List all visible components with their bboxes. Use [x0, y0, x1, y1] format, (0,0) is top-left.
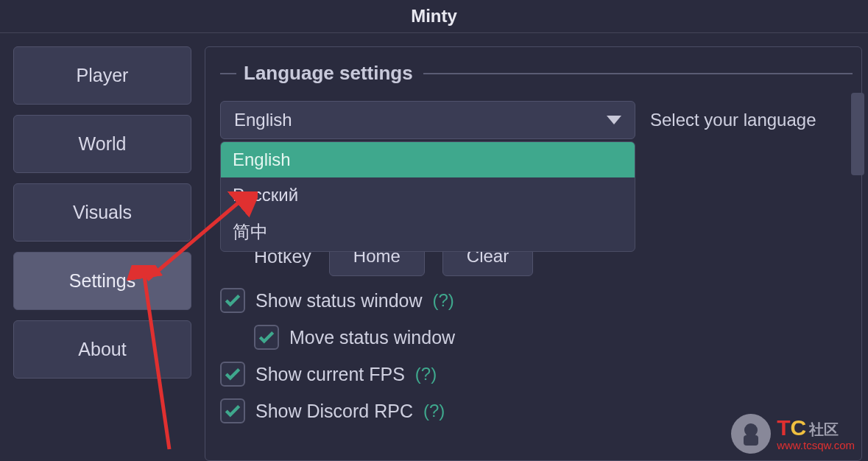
check-icon	[223, 401, 242, 420]
show-status-window-row: Show status window (?)	[220, 288, 853, 313]
watermark-logo-icon	[731, 414, 771, 454]
sidebar-item-world[interactable]: World	[13, 115, 191, 173]
show-current-fps-checkbox[interactable]	[220, 362, 245, 387]
divider	[423, 73, 853, 74]
move-status-window-checkbox[interactable]	[254, 325, 279, 350]
language-option-russian[interactable]: Русский	[221, 177, 635, 213]
move-status-window-label: Move status window	[289, 327, 455, 348]
scrollbar[interactable]	[851, 93, 864, 175]
sidebar-item-player[interactable]: Player	[13, 46, 191, 105]
sidebar: Player World Visuals Settings About	[13, 46, 191, 461]
check-icon	[223, 291, 242, 310]
section-title: Language settings	[244, 62, 413, 85]
svg-rect-3	[744, 435, 758, 446]
check-icon	[223, 365, 242, 384]
language-select[interactable]: English	[220, 101, 635, 139]
divider	[220, 73, 236, 74]
sidebar-item-visuals[interactable]: Visuals	[13, 183, 191, 242]
show-current-fps-label: Show current FPS	[255, 364, 405, 385]
help-icon[interactable]: (?)	[415, 364, 437, 384]
language-option-chinese[interactable]: 简中	[221, 213, 635, 251]
svg-point-2	[744, 423, 758, 437]
show-current-fps-row: Show current FPS (?)	[220, 362, 853, 387]
help-icon[interactable]: (?)	[423, 401, 445, 421]
language-select-label: Select your language	[650, 110, 816, 130]
language-select-value: English	[234, 110, 292, 130]
show-discord-rpc-label: Show Discord RPC	[255, 401, 413, 422]
help-icon[interactable]: (?)	[433, 290, 454, 311]
watermark-url: www.tcsqw.com	[777, 440, 855, 452]
move-status-window-row: Move status window	[254, 325, 853, 350]
language-option-english[interactable]: English	[221, 142, 635, 177]
chevron-down-icon	[607, 116, 621, 124]
sidebar-item-settings[interactable]: Settings	[13, 252, 191, 310]
main-panel: Language settings English Select your la…	[205, 46, 862, 461]
language-dropdown: English Русский 简中	[220, 141, 635, 252]
check-icon	[257, 328, 276, 347]
sidebar-item-about[interactable]: About	[13, 320, 191, 379]
watermark-brand: TC社区	[777, 415, 855, 440]
show-status-window-label: Show status window	[255, 290, 423, 312]
show-status-window-checkbox[interactable]	[220, 288, 245, 313]
app-title: Minty	[0, 0, 868, 33]
show-discord-rpc-checkbox[interactable]	[220, 398, 245, 423]
watermark: TC社区 www.tcsqw.com	[731, 414, 855, 454]
